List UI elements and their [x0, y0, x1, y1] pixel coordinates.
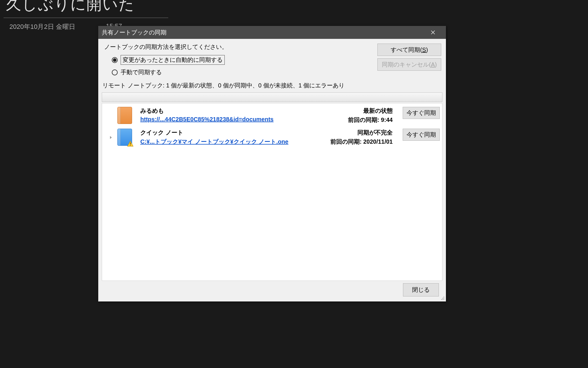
notebook-list: みるめも https://...44C2B5E0C85%218238&id=do…	[102, 103, 442, 281]
resize-grip-icon[interactable]	[440, 296, 445, 301]
radio-manual-sync[interactable]: 手動で同期する	[112, 68, 228, 76]
svg-point-3	[442, 298, 443, 299]
page-date: 2020年10月2日 金曜日	[9, 22, 75, 31]
dialog-title: 共有ノートブックの同期	[102, 29, 424, 37]
radio-auto-sync[interactable]: 変更があったときに自動的に同期する	[112, 55, 228, 65]
page-title: 久しぶりに開いた	[6, 0, 135, 15]
dialog-footer: 閉じる	[102, 281, 442, 299]
last-sync-text: 前回の同期: 9:44	[307, 116, 393, 124]
sync-dialog: 共有ノートブックの同期 ノートブックの同期方法を選択してください。 変更があった…	[98, 26, 446, 301]
notebook-path-link[interactable]: https://...44C2B5E0C85%218238&id=documen…	[140, 116, 307, 123]
svg-rect-1	[130, 145, 131, 146]
last-sync-text: 前回の同期: 2020/11/01	[307, 138, 393, 146]
instruction-text: ノートブックの同期方法を選択してください。	[104, 43, 228, 51]
svg-point-6	[442, 299, 443, 300]
notebook-icon	[117, 107, 137, 124]
close-button[interactable]: 閉じる	[403, 283, 439, 296]
svg-point-2	[444, 297, 444, 297]
radio-unchecked-icon	[112, 69, 118, 75]
dialog-titlebar: 共有ノートブックの同期	[98, 26, 446, 39]
notebook-path-link[interactable]: C:¥...トブック¥マイ ノートブック¥クイック ノート.one	[140, 138, 307, 146]
notebook-name: みるめも	[140, 107, 307, 115]
svg-point-5	[441, 299, 442, 300]
notebook-name: クイック ノート	[140, 129, 307, 137]
radio-auto-label: 変更があったときに自動的に同期する	[121, 55, 225, 65]
sync-status: 同期が不完全	[307, 129, 393, 137]
expander-placeholder	[104, 107, 117, 125]
remote-status-text: リモート ノートブック: 1 個が最新の状態、0 個が同期中、0 個が未接続、1…	[102, 82, 442, 89]
list-item[interactable]: クイック ノート C:¥...トブック¥マイ ノートブック¥クイック ノート.o…	[102, 127, 442, 149]
warning-icon	[127, 141, 134, 147]
sync-status: 最新の状態	[307, 107, 393, 115]
notebook-icon	[117, 129, 137, 146]
sync-all-button[interactable]: すべて同期(S)	[377, 44, 441, 56]
svg-point-7	[444, 299, 444, 300]
close-icon[interactable]	[424, 26, 442, 39]
sync-now-button[interactable]: 今すぐ同期	[403, 107, 440, 119]
radio-manual-label: 手動で同期する	[121, 68, 162, 76]
column-header-bar	[102, 92, 442, 102]
title-underline	[4, 18, 168, 18]
svg-point-4	[444, 298, 444, 299]
dialog-body: ノートブックの同期方法を選択してください。 変更があったときに自動的に同期する …	[98, 39, 446, 301]
list-item[interactable]: みるめも https://...44C2B5E0C85%218238&id=do…	[102, 105, 442, 127]
sync-now-button[interactable]: 今すぐ同期	[403, 129, 440, 141]
cancel-sync-button: 同期のキャンセル(A)	[377, 58, 441, 71]
chevron-right-icon[interactable]	[104, 129, 117, 146]
svg-rect-0	[130, 142, 131, 145]
radio-checked-icon	[112, 57, 118, 63]
